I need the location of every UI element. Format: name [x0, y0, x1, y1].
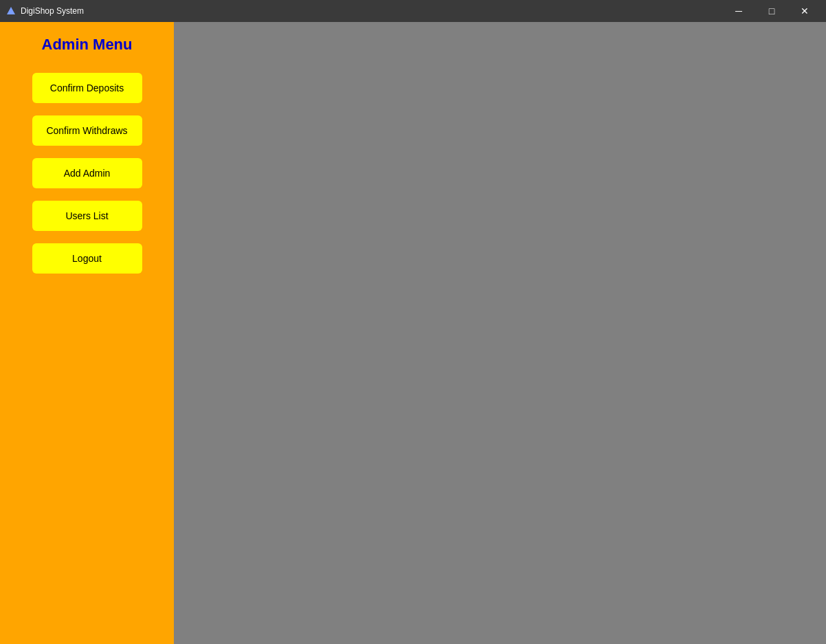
content-area [174, 22, 826, 644]
users-list-button[interactable]: Users List [32, 201, 142, 231]
titlebar-controls: ─ □ ✕ [723, 0, 821, 22]
titlebar: DigiShop System ─ □ ✕ [0, 0, 826, 22]
add-admin-button[interactable]: Add Admin [32, 158, 142, 188]
titlebar-left: DigiShop System [5, 5, 84, 16]
maximize-button[interactable]: □ [756, 0, 788, 22]
main-container: Admin Menu Confirm Deposits Confirm With… [0, 22, 826, 644]
app-icon [5, 5, 16, 16]
confirm-withdraws-button[interactable]: Confirm Withdraws [32, 115, 142, 146]
close-button[interactable]: ✕ [789, 0, 821, 22]
svg-marker-0 [7, 7, 15, 14]
titlebar-title: DigiShop System [21, 6, 84, 16]
sidebar: Admin Menu Confirm Deposits Confirm With… [0, 22, 174, 644]
logout-button[interactable]: Logout [32, 243, 142, 274]
sidebar-title: Admin Menu [42, 36, 133, 54]
minimize-button[interactable]: ─ [723, 0, 755, 22]
confirm-deposits-button[interactable]: Confirm Deposits [32, 73, 142, 103]
